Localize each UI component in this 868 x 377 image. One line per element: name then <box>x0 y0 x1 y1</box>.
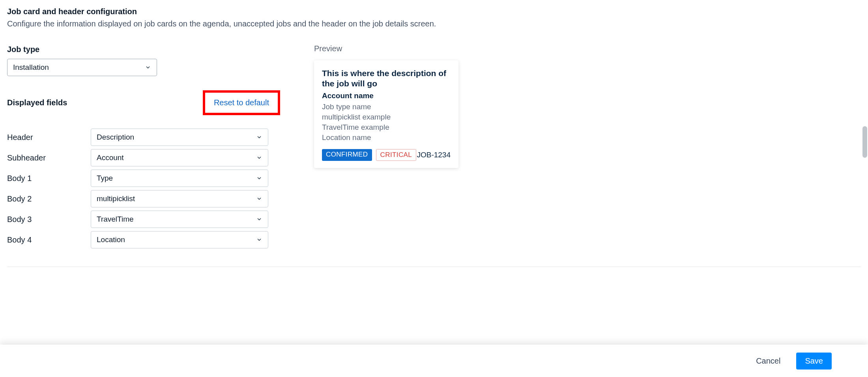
select-value: Type <box>97 174 113 183</box>
field-row-label: Header <box>7 133 91 142</box>
scrollbar-thumb[interactable] <box>862 126 867 158</box>
field-row-label: Subheader <box>7 153 91 162</box>
job-type-select[interactable]: Installation <box>7 59 157 76</box>
chevron-down-icon <box>256 134 262 140</box>
preview-title: This is where the description of the job… <box>322 68 451 89</box>
reset-highlight-box: Reset to default <box>203 90 280 115</box>
fields-header: Displayed fields Reset to default <box>7 90 280 115</box>
select-value: multipicklist <box>97 194 135 203</box>
preview-line: TravelTime example <box>322 123 451 132</box>
body4-field-select[interactable]: Location <box>91 231 268 248</box>
preview-line: Location name <box>322 133 451 142</box>
preview-subtitle: Account name <box>322 91 451 100</box>
field-row-body1: Body 1 Type <box>7 170 307 187</box>
preview-column: Preview This is where the description of… <box>314 44 458 168</box>
field-row-label: Body 1 <box>7 174 91 183</box>
chevron-down-icon <box>256 175 262 181</box>
preview-line: multipicklist example <box>322 113 451 121</box>
job-type-value: Installation <box>13 63 49 72</box>
select-value: Account <box>97 153 124 162</box>
status-badge-confirmed: CONFIRMED <box>322 149 372 161</box>
cancel-button[interactable]: Cancel <box>754 356 783 366</box>
status-badge-critical: CRITICAL <box>376 149 417 161</box>
preview-footer: CONFIRMED CRITICAL JOB-1234 <box>322 149 451 161</box>
field-row-subheader: Subheader Account <box>7 149 307 166</box>
body1-field-select[interactable]: Type <box>91 170 268 187</box>
field-row-label: Body 2 <box>7 194 91 203</box>
job-type-label: Job type <box>7 45 307 54</box>
chevron-down-icon <box>256 155 262 161</box>
body2-field-select[interactable]: multipicklist <box>91 190 268 207</box>
field-row-header: Header Description <box>7 129 307 146</box>
footer-bar: Cancel Save <box>0 345 868 377</box>
chevron-down-icon <box>256 216 262 222</box>
chevron-down-icon <box>256 237 262 243</box>
reset-to-default-button[interactable]: Reset to default <box>214 98 269 107</box>
page: Job card and header configuration Config… <box>0 0 868 377</box>
field-row-body2: Body 2 multipicklist <box>7 190 307 207</box>
config-column: Job type Installation Displayed fields R… <box>7 44 307 252</box>
preview-line: Job type name <box>322 103 451 111</box>
header-field-select[interactable]: Description <box>91 129 268 146</box>
job-id: JOB-1234 <box>417 151 451 159</box>
select-value: Description <box>97 133 134 142</box>
field-row-body4: Body 4 Location <box>7 231 307 248</box>
content-area: Job card and header configuration Config… <box>0 0 868 267</box>
save-button[interactable]: Save <box>796 353 832 370</box>
chevron-down-icon <box>145 64 151 71</box>
divider <box>7 267 861 267</box>
displayed-fields-title: Displayed fields <box>7 98 67 107</box>
subheader-field-select[interactable]: Account <box>91 149 268 166</box>
section-subtitle: Configure the information displayed on j… <box>7 19 861 28</box>
preview-card: This is where the description of the job… <box>314 60 458 168</box>
preview-label: Preview <box>314 44 458 53</box>
select-value: TravelTime <box>97 215 134 224</box>
chevron-down-icon <box>256 196 262 202</box>
badges: CONFIRMED CRITICAL <box>322 149 416 161</box>
field-row-body3: Body 3 TravelTime <box>7 211 307 228</box>
field-row-label: Body 4 <box>7 235 91 244</box>
body3-field-select[interactable]: TravelTime <box>91 211 268 228</box>
section-title: Job card and header configuration <box>7 7 861 16</box>
select-value: Location <box>97 235 125 244</box>
field-row-label: Body 3 <box>7 215 91 224</box>
